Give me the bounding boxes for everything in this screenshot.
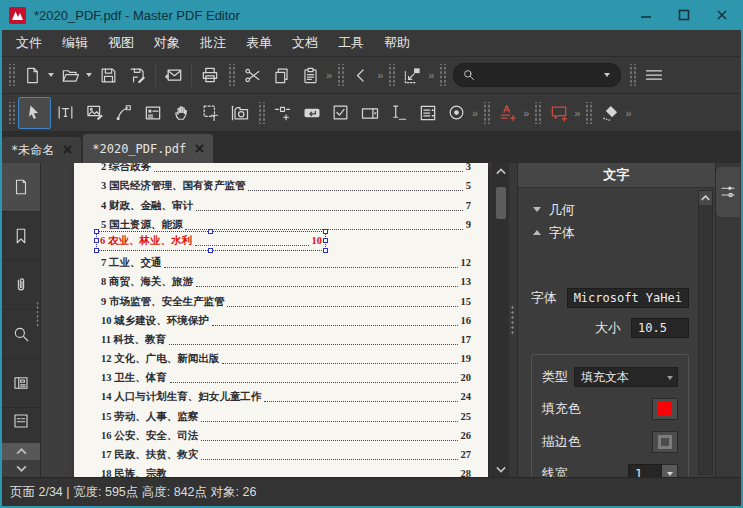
overflow-indicator[interactable] bbox=[574, 107, 580, 119]
toc-row[interactable]: 11 科技、教育17 bbox=[74, 329, 488, 348]
toc-row[interactable]: 4 财政、金融、审计7 bbox=[74, 194, 488, 213]
toc-row[interactable]: 18 民族、宗教28 bbox=[74, 463, 488, 477]
minimize-button[interactable] bbox=[627, 0, 665, 30]
overflow-indicator[interactable] bbox=[428, 69, 434, 81]
toc-row[interactable]: 13 卫生、体育20 bbox=[74, 367, 488, 386]
toolbar-grip[interactable] bbox=[482, 102, 490, 124]
save-button[interactable] bbox=[94, 61, 123, 89]
new-document-dropdown-caret[interactable] bbox=[48, 73, 54, 77]
paste-button[interactable] bbox=[296, 61, 325, 89]
overflow-indicator[interactable] bbox=[326, 69, 332, 81]
toc-row[interactable]: 14 人口与计划生育、妇女儿童工作24 bbox=[74, 386, 488, 405]
menu-help[interactable]: 帮助 bbox=[374, 34, 420, 52]
document-viewport[interactable]: 2 综合政务33 国民经济管理、国有资产监管54 财政、金融、审计75 国土资源… bbox=[41, 163, 492, 477]
sidebar-bookmarks[interactable] bbox=[2, 212, 40, 261]
sidebar-attachments[interactable] bbox=[2, 261, 40, 310]
edit-image-button[interactable] bbox=[80, 99, 109, 127]
tab-close-icon[interactable] bbox=[195, 142, 204, 156]
annotation-marker-button[interactable] bbox=[595, 99, 624, 127]
fill-color-swatch[interactable] bbox=[652, 398, 678, 420]
toolbar-grip[interactable] bbox=[584, 102, 592, 124]
select-text-area-button[interactable] bbox=[196, 99, 225, 127]
fit-selection-button[interactable] bbox=[398, 61, 427, 89]
sidebar-form-fields[interactable] bbox=[2, 359, 40, 408]
open-file-dropdown-caret[interactable] bbox=[86, 73, 92, 77]
section-geometry[interactable]: 几何 bbox=[531, 198, 689, 221]
maximize-button[interactable] bbox=[665, 0, 703, 30]
selection-handle[interactable] bbox=[208, 229, 213, 234]
menu-tools[interactable]: 工具 bbox=[328, 34, 374, 52]
copy-button[interactable] bbox=[267, 61, 296, 89]
search-input[interactable] bbox=[476, 67, 603, 83]
toc-row[interactable]: 7 工业、交通12 bbox=[74, 252, 488, 271]
sidebar-page-thumbnails[interactable] bbox=[2, 163, 40, 212]
properties-tab-button[interactable] bbox=[716, 167, 740, 217]
toc-row[interactable]: 17 民政、扶贫、救灾27 bbox=[74, 444, 488, 463]
menu-object[interactable]: 对象 bbox=[144, 34, 190, 52]
toolbar-grip[interactable] bbox=[7, 64, 15, 86]
section-font[interactable]: 字体 bbox=[531, 221, 689, 244]
main-menu-button[interactable] bbox=[639, 61, 668, 89]
overflow-indicator[interactable] bbox=[625, 107, 631, 119]
select-tool-button[interactable] bbox=[18, 97, 51, 129]
toc-row[interactable]: 6 农业、林业、水利10 bbox=[74, 233, 488, 252]
toc-row[interactable]: 12 文化、广电、新闻出版19 bbox=[74, 348, 488, 367]
toolbar-grip[interactable] bbox=[533, 102, 541, 124]
edit-path-button[interactable] bbox=[109, 99, 138, 127]
close-button[interactable] bbox=[703, 0, 741, 30]
tab-2020-pdf[interactable]: *2020_PDF.pdf bbox=[83, 134, 213, 163]
search-box[interactable] bbox=[453, 63, 621, 87]
sidebar-resize-grip[interactable] bbox=[36, 301, 39, 327]
tab-untitled[interactable]: *未命名 bbox=[2, 137, 81, 163]
stroke-color-swatch[interactable] bbox=[652, 431, 678, 453]
toolbar-grip[interactable] bbox=[227, 64, 235, 86]
edit-forms-button[interactable] bbox=[138, 99, 167, 127]
pdf-page[interactable]: 2 综合政务33 国民经济管理、国有资产监管54 财政、金融、审计75 国土资源… bbox=[74, 163, 488, 477]
add-button-button[interactable] bbox=[297, 99, 326, 127]
selected-text-object[interactable]: 6 农业、林业、水利10 bbox=[96, 231, 326, 251]
menu-annotation[interactable]: 批注 bbox=[190, 34, 236, 52]
toc-row[interactable]: 15 劳动、人事、监察25 bbox=[74, 405, 488, 424]
menu-forms[interactable]: 表单 bbox=[236, 34, 282, 52]
menu-document[interactable]: 文档 bbox=[282, 34, 328, 52]
add-text-annotation-button[interactable] bbox=[493, 99, 522, 127]
add-radio-button-button[interactable] bbox=[442, 99, 471, 127]
selection-handle[interactable] bbox=[94, 248, 99, 253]
menu-edit[interactable]: 编辑 bbox=[52, 34, 98, 52]
menu-view[interactable]: 视图 bbox=[98, 34, 144, 52]
panel-scroll-up-button[interactable] bbox=[699, 191, 712, 205]
line-width-field[interactable]: 1 bbox=[628, 464, 662, 477]
toc-row[interactable]: 5 国土资源、能源9 bbox=[74, 214, 488, 233]
selection-handle[interactable] bbox=[94, 238, 99, 243]
line-width-dropdown-button[interactable] bbox=[662, 464, 678, 477]
add-comment-button[interactable] bbox=[544, 99, 573, 127]
type-select[interactable]: 填充文本 bbox=[574, 367, 678, 387]
toolbar-grip[interactable] bbox=[7, 102, 15, 124]
add-form-field-button[interactable] bbox=[268, 99, 297, 127]
selection-handle[interactable] bbox=[94, 229, 99, 234]
toc-row[interactable]: 8 商贸、海关、旅游13 bbox=[74, 271, 488, 290]
add-listbox-button[interactable] bbox=[413, 99, 442, 127]
add-combobox-button[interactable] bbox=[355, 99, 384, 127]
toolbar-grip[interactable] bbox=[387, 64, 395, 86]
vertical-scrollbar[interactable] bbox=[492, 163, 509, 477]
add-checkbox-button[interactable] bbox=[326, 99, 355, 127]
overflow-indicator[interactable] bbox=[472, 107, 478, 119]
toc-row[interactable]: 3 国民经济管理、国有资产监管5 bbox=[74, 175, 488, 194]
toolbar-grip[interactable] bbox=[628, 64, 636, 86]
toolbar-grip[interactable] bbox=[336, 64, 344, 86]
toc-row[interactable]: 2 综合政务3 bbox=[74, 163, 488, 175]
toc-row[interactable]: 16 公安、安全、司法26 bbox=[74, 425, 488, 444]
toc-row[interactable]: 9 市场监管、安全生产监管15 bbox=[74, 290, 488, 309]
snapshot-button[interactable] bbox=[225, 99, 254, 127]
panel-splitter[interactable] bbox=[509, 163, 517, 477]
back-button[interactable] bbox=[347, 61, 376, 89]
overflow-indicator[interactable] bbox=[523, 107, 529, 119]
selection-handle[interactable] bbox=[208, 248, 213, 253]
new-document-button[interactable] bbox=[18, 61, 47, 89]
font-size-field[interactable]: 10.5 bbox=[631, 318, 689, 338]
selection-handle[interactable] bbox=[323, 238, 328, 243]
tab-close-icon[interactable] bbox=[63, 143, 72, 157]
scroll-up-button[interactable] bbox=[493, 163, 509, 179]
selection-handle[interactable] bbox=[323, 248, 328, 253]
